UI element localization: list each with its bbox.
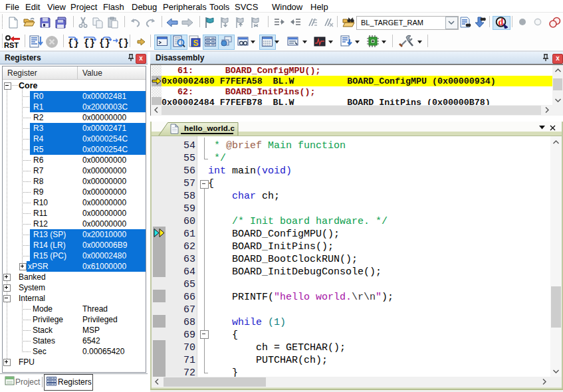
svg-text:{}: {} (99, 38, 110, 49)
svg-text:{}: {} (84, 38, 95, 49)
svg-text:S: S (193, 39, 199, 48)
svg-text:{}: {} (118, 38, 129, 49)
svg-text:d: d (499, 17, 504, 27)
svg-text:RST: RST (4, 41, 19, 49)
